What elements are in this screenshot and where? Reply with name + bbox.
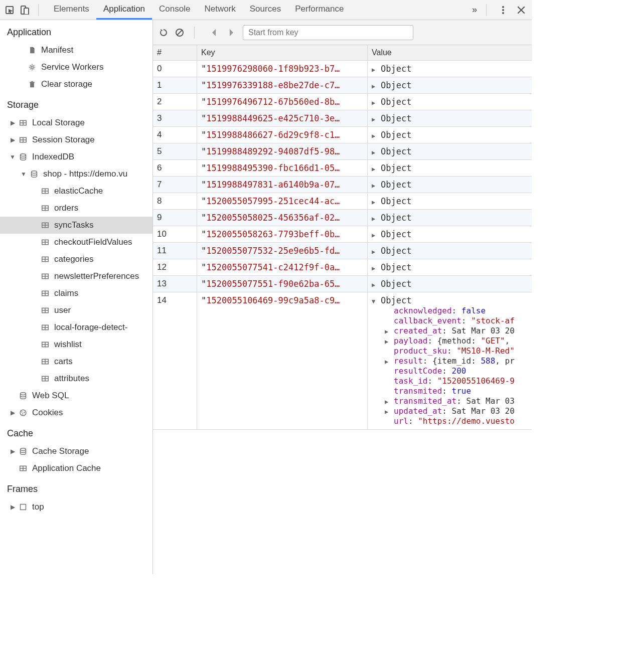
sidebar-item-local-storage[interactable]: ▶Local Storage [0,114,152,131]
expand-icon[interactable]: ▶ [372,199,378,206]
table-row[interactable]: 9"1520055058025-456356af-02…▶Object [153,210,532,226]
cell-value[interactable]: ▶Object [368,243,532,259]
expand-icon[interactable]: ▶ [385,338,391,345]
cell-value[interactable]: ▶Object [368,94,532,110]
cell-value[interactable]: ▶Object [368,226,532,242]
page-prev-button[interactable] [210,28,219,37]
sidebar-item-cookies[interactable]: ▶Cookies [0,404,152,421]
object-property[interactable]: task_id: "1520055106469-9 [385,376,528,386]
object-property[interactable]: ▶payload: {method: "GET", [385,336,528,346]
expand-icon[interactable]: ▶ [9,409,16,416]
col-header-value[interactable]: Value [368,45,532,60]
page-next-button[interactable] [227,28,236,37]
expand-icon[interactable]: ▶ [9,448,16,455]
col-header-key[interactable]: Key [197,45,368,60]
tabs-overflow-icon[interactable] [472,5,477,15]
expand-icon[interactable]: ▶ [372,265,378,272]
table-row[interactable]: 5"1519988489292-94087df5-98…▶Object [153,143,532,160]
table-row[interactable]: 8"1520055057995-251cec44-ac…▶Object [153,193,532,210]
expand-icon[interactable]: ▶ [372,149,378,156]
clear-button[interactable] [175,28,184,37]
object-property[interactable]: transmited: true [385,386,528,396]
table-row[interactable]: 3"1519988449625-e425c710-3e…▶Object [153,110,532,127]
sidebar-item-newsletterpreferences[interactable]: newsletterPreferences [0,268,152,285]
table-row[interactable]: 6"1519988495390-fbc166d1-05…▶Object [153,160,532,177]
collapse-icon[interactable]: ▼ [9,153,16,160]
sidebar-item-shop-https-demo-vu[interactable]: ▼shop - https://demo.vu [0,165,152,183]
table-row[interactable]: 11"1520055077532-25e9e6b5-fd…▶Object [153,243,532,259]
collapse-icon[interactable]: ▼ [20,171,27,178]
object-property[interactable]: ▶updated_at: Sat Mar 03 20 [385,406,528,416]
sidebar-item-attributes[interactable]: attributes [0,370,152,387]
cell-value[interactable]: ▶Object [368,177,532,193]
object-property[interactable]: ▶transmited_at: Sat Mar 03 [385,396,528,406]
expand-icon[interactable]: ▶ [9,119,16,126]
cell-value[interactable]: ▶Object [368,127,532,143]
sidebar-item-synctasks[interactable]: syncTasks [0,217,152,234]
cell-value[interactable]: ▶Object [368,276,532,292]
table-row[interactable]: 10"1520055058263-7793beff-0b…▶Object [153,226,532,243]
object-property[interactable]: ▶created_at: Sat Mar 03 20 [385,326,528,335]
refresh-button[interactable] [159,28,168,37]
sidebar-item-manifest[interactable]: Manifest [0,42,152,59]
sidebar-item-checkoutfieldvalues[interactable]: checkoutFieldValues [0,234,152,251]
tab-application[interactable]: Application [96,0,152,20]
table-row[interactable]: 7"1519988497831-a6140b9a-07…▶Object [153,177,532,193]
sidebar-item-claims[interactable]: claims [0,285,152,302]
cell-value[interactable]: ▼Objectacknowledged: falsecallback_event… [368,292,532,429]
tab-sources[interactable]: Sources [243,0,288,20]
expand-icon[interactable]: ▶ [385,408,391,415]
start-from-key-input[interactable] [243,25,413,40]
table-row[interactable]: 13"1520055077551-f90e62ba-65…▶Object [153,276,532,292]
expand-icon[interactable]: ▶ [385,398,391,405]
table-row[interactable]: 14"1520055106469-99c9a5a8-c9…▼Objectackn… [153,292,532,430]
cell-value[interactable]: ▶Object [368,77,532,93]
sidebar-item-session-storage[interactable]: ▶Session Storage [0,131,152,148]
expand-icon[interactable]: ▶ [385,328,391,335]
table-row[interactable]: 4"1519988486627-6d29c9f8-c1…▶Object [153,127,532,143]
object-property[interactable]: ▶result: {item_id: 588, pr [385,356,528,366]
sidebar-item-indexeddb[interactable]: ▼IndexedDB [0,148,152,165]
sidebar-item-user[interactable]: user [0,302,152,319]
tab-performance[interactable]: Performance [288,0,351,20]
tab-network[interactable]: Network [197,0,242,20]
sidebar-item-local-forage-detect-[interactable]: local-forage-detect- [0,319,152,336]
expand-icon[interactable]: ▶ [372,66,378,73]
tab-elements[interactable]: Elements [47,0,96,20]
cell-value[interactable]: ▶Object [368,210,532,226]
sidebar-item-web-sql[interactable]: Web SQL [0,387,152,404]
expand-icon[interactable]: ▶ [372,165,378,173]
sidebar-item-carts[interactable]: carts [0,353,152,370]
expand-icon[interactable]: ▶ [9,136,16,143]
cell-value[interactable]: ▶Object [368,143,532,159]
sidebar-item-top[interactable]: ▶top [0,498,152,516]
table-row[interactable]: 1"1519976339188-e8be27de-c7…▶Object [153,77,532,94]
cell-value[interactable]: ▶Object [368,160,532,176]
expand-icon[interactable]: ▶ [372,132,378,139]
table-row[interactable]: 2"1519976496712-67b560ed-8b…▶Object [153,94,532,110]
expand-icon[interactable]: ▶ [372,215,378,222]
expand-icon[interactable]: ▶ [9,503,16,511]
object-property[interactable]: resultCode: 200 [385,366,528,376]
kebab-menu-icon[interactable] [499,6,508,15]
object-property[interactable]: url: "https://demo.vuesto [385,416,528,426]
object-property[interactable]: product_sku: "MS10-M-Red" [385,346,528,356]
expand-icon[interactable]: ▶ [385,358,391,365]
sidebar-item-categories[interactable]: categories [0,251,152,268]
cell-value[interactable]: ▶Object [368,61,532,77]
table-row[interactable]: 0"1519976298060-1f89b923-b7…▶Object [153,61,532,77]
tab-console[interactable]: Console [152,0,197,20]
expand-icon[interactable]: ▶ [372,281,378,288]
toggle-device-icon[interactable] [20,6,29,15]
expand-icon[interactable]: ▶ [372,116,378,123]
sidebar-item-orders[interactable]: orders [0,200,152,217]
sidebar-item-service-workers[interactable]: Service Workers [0,59,152,76]
inspect-element-icon[interactable] [5,6,14,15]
expand-icon[interactable]: ▶ [372,99,378,106]
sidebar-item-application-cache[interactable]: Application Cache [0,460,152,477]
close-devtools-icon[interactable] [517,6,526,15]
cell-value[interactable]: ▶Object [368,259,532,275]
expand-icon[interactable]: ▶ [372,248,378,255]
col-header-index[interactable]: # [153,45,197,60]
expand-icon[interactable]: ▶ [372,232,378,239]
